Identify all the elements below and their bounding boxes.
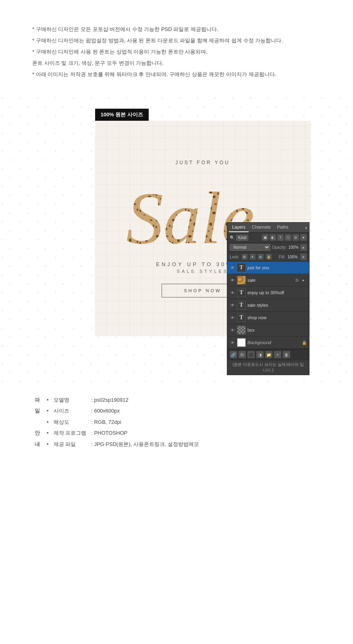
layers-list: 👁 T just for you 👁 sale fx ▸ 👁 T enjoy u… bbox=[227, 262, 309, 349]
opacity-label: Opacity: bbox=[272, 245, 287, 250]
tab-paths[interactable]: Paths bbox=[274, 223, 292, 232]
opacity-value: 100% bbox=[288, 245, 299, 250]
layer-thumb-just-for-you: T bbox=[237, 263, 246, 272]
info-section: * 구매하신 디자인은 모든 포토샵 버전에서 수정 가능한 PSD 파일로 제… bbox=[0, 0, 353, 93]
blend-mode-select[interactable]: Normal bbox=[230, 244, 270, 251]
layers-footer: 🔗 fx ⬛ ◑ 📁 + 🗑 bbox=[227, 349, 309, 360]
layer-visibility-just-for-you[interactable]: 👁 bbox=[230, 265, 235, 270]
product-info-table: 파 • 모델명 : ps02sp190912 일 • 사이즈 : 600x600… bbox=[32, 394, 201, 450]
layer-name-just-for-you: just for you bbox=[247, 265, 307, 270]
fill-value: 100% bbox=[287, 255, 298, 259]
layer-thumb-background bbox=[237, 338, 246, 347]
layers-tabs: Layers Channels Paths ▸ bbox=[227, 223, 309, 233]
info-label-empty bbox=[32, 417, 44, 427]
fill-arrow[interactable]: ▸ bbox=[300, 254, 307, 260]
info-val-program: : PHOTOSHOP bbox=[89, 427, 201, 438]
link-layers-icon[interactable]: 🔗 bbox=[230, 351, 237, 358]
layers-search: 🔍 Kind ▣ ◐ T ⬡ ⊛ ● bbox=[227, 233, 309, 243]
info-line-2: * 구매하신 디자인에는 팝업설정 방법과, 사용 된 폰트 다운로드 파일을 … bbox=[32, 35, 321, 46]
info-key-size: 사이즈 bbox=[51, 405, 89, 416]
filter-pixel-icon[interactable]: ▣ bbox=[262, 234, 268, 241]
info-label-pa: 파 bbox=[32, 394, 44, 405]
info-val-files: : JPG·PSD(원본), 사용폰트링크, 설정방법메모 bbox=[89, 439, 201, 450]
delete-layer-icon[interactable]: 🗑 bbox=[283, 351, 290, 358]
info-row-model: 파 • 모델명 : ps02sp190912 bbox=[32, 394, 201, 405]
layer-item-shop-now[interactable]: 👁 T shop now bbox=[227, 312, 309, 324]
filter-adj-icon[interactable]: ◐ bbox=[270, 234, 276, 241]
lock-pixels-icon[interactable]: ⊞ bbox=[242, 254, 247, 260]
banner-just-for-you: JUST FOR YOU bbox=[175, 160, 230, 165]
search-type-icons: ▣ ◐ T ⬡ ⊛ ● bbox=[262, 234, 307, 241]
info-dot-size: • bbox=[44, 405, 51, 416]
layer-visibility-sale[interactable]: 👁 bbox=[230, 277, 235, 283]
layer-lock-background: 🔒 bbox=[302, 341, 307, 345]
layer-visibility-sale-styles[interactable]: 👁 bbox=[230, 302, 235, 308]
info-dot-program: • bbox=[44, 427, 51, 438]
lock-artboard-icon[interactable]: ⊕ bbox=[258, 254, 264, 260]
info-dot-model: • bbox=[44, 394, 51, 405]
info-line-1: * 구매하신 디자인은 모든 포토샵 버전에서 수정 가능한 PSD 파일로 제… bbox=[32, 24, 321, 35]
adjustment-icon[interactable]: ◑ bbox=[256, 351, 264, 358]
bottom-info: 파 • 모델명 : ps02sp190912 일 • 사이즈 : 600x600… bbox=[0, 382, 353, 466]
layer-item-sale-styles[interactable]: 👁 T sale styles bbox=[227, 299, 309, 312]
info-row-files: 내 • 제공 파일 : JPG·PSD(원본), 사용폰트링크, 설정방법메모 bbox=[32, 439, 201, 450]
info-val-model: : ps02sp190912 bbox=[89, 394, 201, 405]
layer-visibility-enjoy[interactable]: 👁 bbox=[230, 290, 235, 295]
layer-thumb-box bbox=[237, 326, 246, 334]
info-label-nae: 내 bbox=[32, 439, 44, 450]
filter-toggle[interactable]: ● bbox=[300, 234, 307, 241]
lock-label: Lock: bbox=[230, 255, 239, 259]
layer-name-shop-now: shop now bbox=[247, 315, 307, 320]
layer-name-sale: sale bbox=[247, 278, 294, 283]
info-dot-files: • bbox=[44, 439, 51, 450]
layer-item-sale[interactable]: 👁 sale fx ▸ bbox=[227, 274, 309, 287]
fill-label: Fill: bbox=[279, 255, 285, 259]
layer-thumb-enjoy: T bbox=[237, 288, 246, 297]
info-key-files: 제공 파일 bbox=[51, 439, 89, 450]
layer-item-box[interactable]: 👁 box bbox=[227, 324, 309, 336]
info-val-res: : RGB, 72dpi bbox=[89, 417, 201, 427]
layer-visibility-shop-now[interactable]: 👁 bbox=[230, 315, 235, 320]
info-label-il: 일 bbox=[32, 405, 44, 416]
info-line-5: * 아래 이미지는 저작권 보호를 위해 워터마크 후 안내되며, 구매하신 상… bbox=[32, 69, 321, 80]
layer-fx-arrow[interactable]: ▸ bbox=[300, 277, 307, 283]
tab-channels[interactable]: Channels bbox=[249, 223, 274, 232]
layer-item-just-for-you[interactable]: 👁 T just for you bbox=[227, 262, 309, 274]
info-key-program: 제작 프로그램 bbox=[51, 427, 89, 438]
folder-icon[interactable]: 📁 bbox=[265, 351, 272, 358]
filter-smart-icon[interactable]: ⊛ bbox=[293, 234, 299, 241]
layer-name-box: box bbox=[247, 328, 307, 332]
info-line-4: 폰트 사이즈 및 크기, 색상, 문구 모두 변경이 가능합니다. bbox=[32, 58, 321, 68]
layer-thumb-sale-styles: T bbox=[237, 301, 246, 310]
layer-name-sale-styles: sale styles bbox=[247, 303, 307, 308]
layers-panel: Layers Channels Paths ▸ 🔍 Kind ▣ ◐ T ⬡ ⊛… bbox=[227, 222, 309, 375]
panel-menu-icon[interactable]: ▸ bbox=[305, 225, 307, 230]
layer-visibility-background[interactable]: 👁 bbox=[230, 340, 235, 345]
banner-sale-styles: SALE STYLES bbox=[177, 269, 228, 274]
search-kind-dropdown[interactable]: Kind bbox=[236, 235, 248, 241]
layer-thumb-sale bbox=[237, 276, 246, 285]
layer-item-background[interactable]: 👁 Background 🔒 bbox=[227, 336, 309, 349]
opacity-arrow[interactable]: ▸ bbox=[300, 244, 307, 251]
layer-item-enjoy[interactable]: 👁 T enjoy up to 30%off bbox=[227, 287, 309, 299]
layers-lock-row: Lock: ⊞ ✦ ⊕ 🔒 Fill: 100% ▸ bbox=[227, 252, 309, 262]
mask-icon[interactable]: ⬛ bbox=[247, 351, 255, 358]
info-key-res: 해상도 bbox=[51, 417, 89, 427]
info-label-an: 안 bbox=[32, 427, 44, 438]
filter-shape-icon[interactable]: ⬡ bbox=[285, 234, 291, 241]
info-row-size: 일 • 사이즈 : 600x600px bbox=[32, 405, 201, 416]
filter-text-icon[interactable]: T bbox=[277, 234, 284, 241]
info-row-program: 안 • 제작 프로그램 : PHOTOSHOP bbox=[32, 427, 201, 438]
info-val-size: : 600x600px bbox=[89, 405, 201, 416]
info-dot-res: • bbox=[44, 417, 51, 427]
layer-visibility-box[interactable]: 👁 bbox=[230, 327, 235, 333]
new-layer-icon[interactable]: + bbox=[274, 351, 281, 358]
tab-layers[interactable]: Layers bbox=[229, 223, 249, 232]
layer-name-enjoy: enjoy up to 30%off bbox=[247, 290, 307, 295]
size-badge: 100% 원본 사이즈 bbox=[95, 109, 149, 121]
layers-note: (원본 다운로드시 보이는 실제 레이어 입니다.) bbox=[227, 360, 309, 375]
lock-position-icon[interactable]: ✦ bbox=[250, 254, 255, 260]
layer-fx-sale: fx bbox=[295, 278, 299, 283]
fx-icon[interactable]: fx bbox=[239, 351, 246, 358]
lock-all-icon[interactable]: 🔒 bbox=[266, 254, 272, 260]
